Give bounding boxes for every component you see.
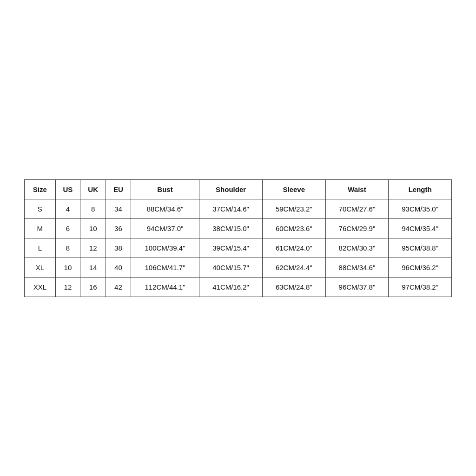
cell-bust: 94CM/37.0" [131, 218, 199, 238]
header-shoulder: Shoulder [199, 179, 263, 199]
cell-length: 93CM/35.0" [389, 199, 452, 218]
table-row: L81238100CM/39.4"39CM/15.4"61CM/24.0"82C… [25, 238, 452, 258]
cell-bust: 88CM/34.6" [131, 199, 199, 218]
cell-eu: 40 [106, 258, 131, 277]
cell-shoulder: 39CM/15.4" [199, 238, 263, 258]
table-row: XL101440106CM/41.7"40CM/15.7"62CM/24.4"8… [25, 258, 452, 277]
cell-size: M [25, 218, 56, 238]
size-chart-table: Size US UK EU Bust Shoulder Sleeve Waist… [24, 179, 452, 297]
header-length: Length [389, 179, 452, 199]
size-chart-container: Size US UK EU Bust Shoulder Sleeve Waist… [24, 179, 452, 297]
cell-shoulder: 38CM/15.0" [199, 218, 263, 238]
cell-length: 94CM/35.4" [389, 218, 452, 238]
cell-us: 12 [55, 277, 80, 297]
cell-us: 4 [55, 199, 80, 218]
header-eu: EU [106, 179, 131, 199]
cell-sleeve: 62CM/24.4" [262, 258, 325, 277]
cell-eu: 34 [106, 199, 131, 218]
header-bust: Bust [131, 179, 199, 199]
cell-size: S [25, 199, 56, 218]
header-waist: Waist [325, 179, 389, 199]
cell-length: 96CM/36.2" [389, 258, 452, 277]
cell-uk: 8 [80, 199, 106, 218]
header-sleeve: Sleeve [262, 179, 325, 199]
table-row: XXL121642112CM/44.1"41CM/16.2"63CM/24.8"… [25, 277, 452, 297]
cell-sleeve: 59CM/23.2" [262, 199, 325, 218]
cell-length: 97CM/38.2" [389, 277, 452, 297]
cell-waist: 88CM/34.6" [325, 258, 389, 277]
header-size: Size [25, 179, 56, 199]
cell-us: 10 [55, 258, 80, 277]
header-uk: UK [80, 179, 106, 199]
cell-eu: 42 [106, 277, 131, 297]
cell-uk: 16 [80, 277, 106, 297]
cell-shoulder: 40CM/15.7" [199, 258, 263, 277]
cell-sleeve: 61CM/24.0" [262, 238, 325, 258]
cell-us: 6 [55, 218, 80, 238]
cell-bust: 106CM/41.7" [131, 258, 199, 277]
cell-us: 8 [55, 238, 80, 258]
table-row: S483488CM/34.6"37CM/14.6"59CM/23.2"70CM/… [25, 199, 452, 218]
cell-waist: 76CM/29.9" [325, 218, 389, 238]
cell-waist: 82CM/30.3" [325, 238, 389, 258]
cell-uk: 12 [80, 238, 106, 258]
cell-length: 95CM/38.8" [389, 238, 452, 258]
cell-eu: 36 [106, 218, 131, 238]
cell-shoulder: 37CM/14.6" [199, 199, 263, 218]
cell-uk: 10 [80, 218, 106, 238]
cell-uk: 14 [80, 258, 106, 277]
cell-sleeve: 63CM/24.8" [262, 277, 325, 297]
table-row: M6103694CM/37.0"38CM/15.0"60CM/23.6"76CM… [25, 218, 452, 238]
table-header-row: Size US UK EU Bust Shoulder Sleeve Waist… [25, 179, 452, 199]
cell-bust: 112CM/44.1" [131, 277, 199, 297]
cell-waist: 70CM/27.6" [325, 199, 389, 218]
header-us: US [55, 179, 80, 199]
cell-size: XXL [25, 277, 56, 297]
cell-waist: 96CM/37.8" [325, 277, 389, 297]
cell-size: L [25, 238, 56, 258]
cell-sleeve: 60CM/23.6" [262, 218, 325, 238]
cell-eu: 38 [106, 238, 131, 258]
cell-size: XL [25, 258, 56, 277]
cell-bust: 100CM/39.4" [131, 238, 199, 258]
cell-shoulder: 41CM/16.2" [199, 277, 263, 297]
